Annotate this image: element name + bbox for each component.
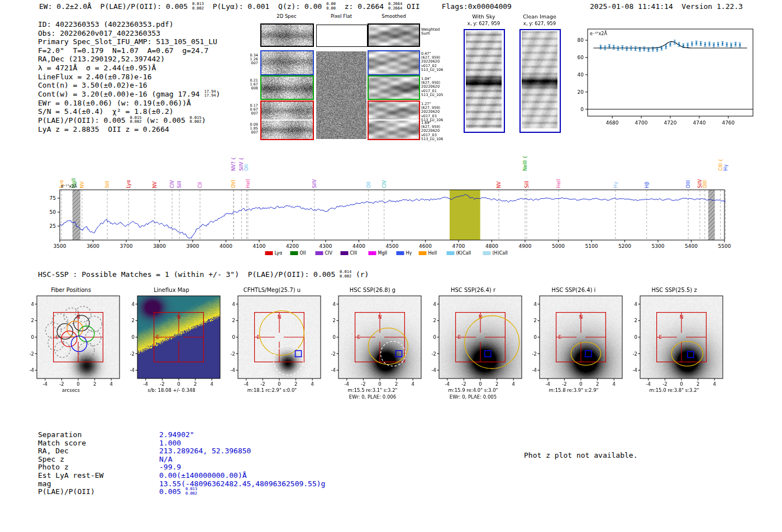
svg-text:4: 4	[635, 301, 637, 307]
svg-text:4500: 4500	[386, 243, 399, 249]
svg-text:-2: -2	[231, 351, 235, 357]
svg-text:25: 25	[50, 223, 56, 229]
spec2d-row-right-label: Weighted Sum	[421, 28, 447, 36]
svg-text:3600: 3600	[87, 243, 99, 249]
info-line: LyA z = 2.8835 OII z = 0.2664	[38, 125, 220, 134]
svg-text:-4: -4	[345, 381, 349, 387]
match-table: Separation2.94902"Match score1.000RA, De…	[38, 431, 325, 496]
cutout-image	[540, 296, 622, 378]
svg-text:CIV: CIV	[325, 251, 333, 256]
svg-text:-2: -2	[562, 381, 566, 387]
svg-text:OVI: OVI	[231, 180, 236, 188]
svg-text:OII: OII	[300, 251, 306, 256]
svg-text:4: 4	[534, 301, 537, 307]
svg-text:20: 20	[578, 89, 584, 95]
svg-text:4: 4	[31, 301, 34, 307]
svg-text:5000: 5000	[552, 243, 565, 249]
cutout-image	[137, 296, 220, 378]
match-row-value: 0.00(±140000000.00)Å	[159, 471, 247, 480]
svg-text:4: 4	[612, 381, 615, 387]
svg-text:80: 80	[578, 37, 584, 43]
svg-text:SiIV: SiIV	[312, 179, 317, 188]
match-row-label: mag	[38, 480, 159, 488]
svg-text:4: 4	[411, 381, 414, 387]
spec2d-col-header: 2D Spec	[276, 13, 296, 19]
cutout-caption: m:18.1 rc:2.9" s:0.0"	[222, 387, 322, 393]
info-line: S/N = 5.4(±0.4) χ² = 1.8(±0.2)	[38, 107, 220, 116]
cutout-title: CFHTLS/Meg(25.7) u	[222, 287, 322, 293]
cutout-image	[338, 296, 421, 378]
smoothed-strip-canvas	[369, 102, 419, 119]
match-row-value: 13.55(-48096362482.45,48096362509.55)g	[159, 480, 325, 488]
spec2d-strip-canvas	[261, 51, 313, 74]
cutout-panel-hsc-ssp-26-4-i: HSC SSP(26.4) iNE-4-4-2-2002244m:15.8 re…	[524, 286, 623, 404]
svg-text:CIII: CIII	[350, 251, 357, 256]
svg-text:OII: OII	[366, 181, 371, 188]
match-row-value: N/A	[159, 455, 172, 463]
cutout-panel-lineflux-map: Lineflux MapNE-4-4-2-2002244s/b: 18.08 +…	[122, 286, 221, 404]
svg-text:2: 2	[635, 318, 637, 323]
svg-text:0: 0	[433, 334, 436, 340]
svg-text:2: 2	[93, 381, 96, 387]
svg-text:2: 2	[395, 381, 398, 387]
svg-text:-4: -4	[646, 381, 651, 387]
svg-text:0: 0	[378, 381, 381, 387]
svg-text:HeII: HeII	[428, 251, 437, 256]
header-summary: EW: 0.2±2.0Å P(LAE)/P(OII): 0.005 0.0130…	[39, 2, 512, 11]
svg-text:4: 4	[109, 381, 112, 387]
svg-text:4800: 4800	[485, 243, 498, 249]
svg-text:4900: 4900	[519, 243, 532, 249]
svg-text:4: 4	[210, 381, 213, 387]
svg-text:3500: 3500	[54, 243, 66, 249]
svg-text:-4: -4	[144, 381, 148, 387]
spec2d-row-right-label: 1.27" (627, 959) 20220620 v017_03 513_LU…	[421, 102, 447, 122]
svg-text:5500: 5500	[718, 243, 731, 249]
info-line: Cont(n) = 3.50(±0.02)e-16	[38, 81, 220, 90]
svg-text:-4: -4	[331, 367, 336, 373]
svg-text:2: 2	[534, 318, 537, 323]
match-row-value: 2.94902"	[159, 430, 194, 439]
svg-text:50: 50	[50, 209, 56, 215]
svg-text:3800: 3800	[153, 243, 166, 249]
svg-text:0: 0	[680, 381, 683, 387]
svg-text:SiII: SiII	[524, 181, 530, 188]
info-line: F=2.0" T=0.179 N=1.07 A=0.67 g=24.7	[38, 46, 220, 55]
cutout-caption: m:15.8 re:3.9" s:2.9"	[524, 387, 623, 393]
smoothed-strip-canvas	[369, 76, 419, 99]
svg-text:5400: 5400	[685, 243, 698, 249]
svg-text:CII: CII	[197, 182, 203, 188]
spec2d-row-right-label: 1.04" (627, 950) 20220620 v017_01 513_LU…	[421, 77, 447, 97]
cutout-panel-hsc-ssp-26-4-r: HSC SSP(26.4) rNE-4-4-2-2002244m:15.9 re…	[423, 286, 523, 404]
svg-text:4: 4	[512, 381, 514, 387]
info-line: P(LAE)/P(OII): 0.005 0.0150.002 (w: 0.00…	[38, 116, 220, 125]
svg-text:NV: NV	[496, 181, 502, 188]
svg-text:0: 0	[31, 334, 34, 340]
svg-text:2: 2	[697, 381, 699, 387]
match-row: Photo z-99.9	[38, 463, 325, 472]
svg-text:2: 2	[132, 318, 135, 323]
cutout-image	[238, 296, 321, 378]
svg-text:SiII: SiII	[177, 181, 182, 188]
info-line: EWr = 0.18(±0.06) (w: 0.19(±0.06))Å	[38, 99, 220, 108]
svg-text:(H)CaII: (H)CaII	[493, 251, 508, 256]
match-row-value: 213.289264, 52.396850	[159, 447, 251, 455]
cutout-caption: EWr: 0, PLAE: 0.006	[323, 394, 422, 400]
svg-text:60: 60	[578, 55, 584, 60]
smoothed-strip-canvas	[369, 25, 419, 46]
svg-text:-2: -2	[331, 351, 336, 357]
cutout-panel-hsc-ssp-26-8-g: HSC SSP(26.8) gNE-4-4-2-2002244m:15.5 re…	[323, 286, 422, 404]
value-uncertainty: 0.000.00	[326, 2, 336, 11]
smoothed-strip-canvas	[369, 121, 419, 139]
svg-text:-2: -2	[260, 381, 265, 387]
spec2d-strip-canvas	[261, 25, 313, 46]
svg-text:4300: 4300	[320, 243, 332, 249]
info-line: RA,Dec (213.290192,52.397442)	[38, 55, 220, 64]
svg-text:Hγ: Hγ	[723, 165, 728, 171]
svg-text:0: 0	[177, 381, 180, 387]
object-info-block: ID: 4022360353 (4022360353.pdf)Obs: 2022…	[38, 20, 220, 134]
cutout-panel-fiber-positions: Fiber PositionsNE-4-4-2-2002244arcsecs	[21, 286, 121, 404]
cutout-title: HSC SSP(26.4) r	[423, 287, 523, 293]
svg-text:OIII: OIII	[685, 180, 691, 188]
svg-text:-4: -4	[633, 367, 637, 373]
svg-text:4: 4	[713, 381, 716, 387]
